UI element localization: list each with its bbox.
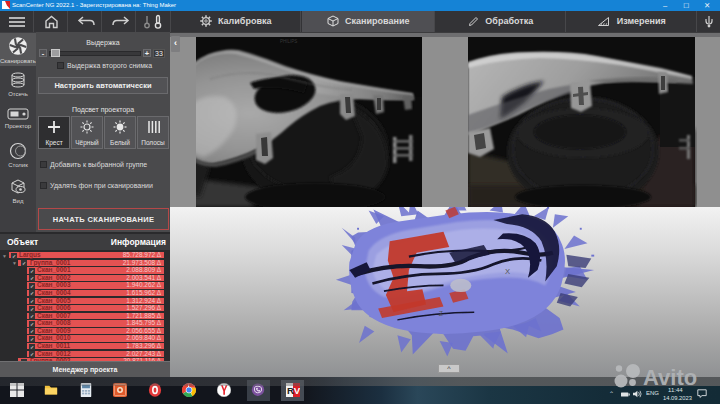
svg-text:X: X xyxy=(505,267,510,276)
svg-text:Z: Z xyxy=(439,310,443,317)
svg-text:PHILIPS: PHILIPS xyxy=(280,39,297,44)
